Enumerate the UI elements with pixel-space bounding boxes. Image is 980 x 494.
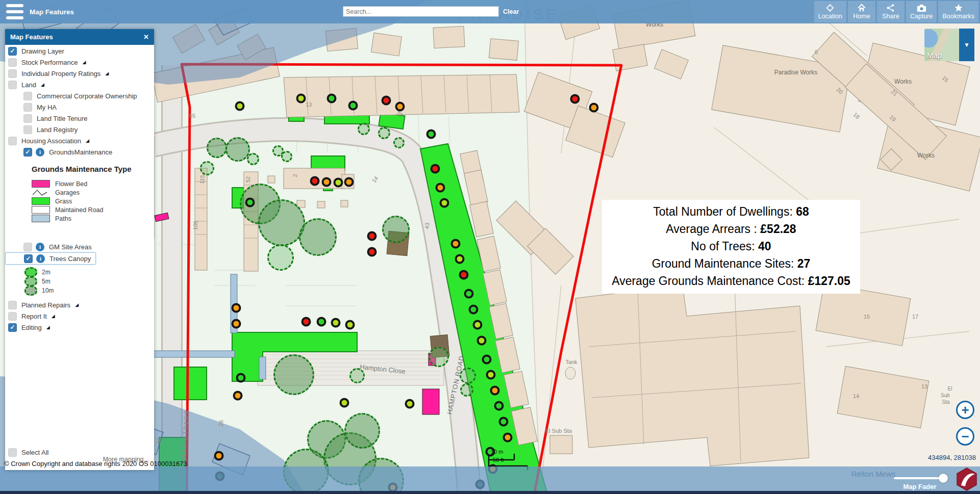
stock-performance-checkbox[interactable] bbox=[8, 58, 17, 67]
dwelling-dot-g[interactable] bbox=[245, 198, 255, 207]
dwelling-dot-o[interactable] bbox=[451, 239, 461, 249]
dwelling-dot-yg[interactable] bbox=[296, 94, 306, 103]
dwelling-dot-yg[interactable] bbox=[334, 178, 343, 188]
header-button-home[interactable]: Home bbox=[848, 1, 875, 22]
info-icon[interactable]: i bbox=[36, 254, 45, 263]
dwelling-dot-o[interactable] bbox=[436, 183, 445, 193]
dwelling-dot-g[interactable] bbox=[469, 305, 479, 315]
search-input[interactable] bbox=[343, 6, 499, 17]
dwelling-dot-yg[interactable] bbox=[473, 320, 483, 330]
basemap-thumbnail[interactable]: Map bbox=[924, 29, 959, 61]
land-checkbox[interactable] bbox=[8, 81, 17, 89]
expand-triangle-icon[interactable]: ◢ bbox=[41, 82, 44, 87]
basemap-dropdown-button[interactable]: ▼ bbox=[959, 29, 974, 61]
dwelling-dot-o[interactable] bbox=[490, 386, 500, 396]
my-ha-checkbox[interactable] bbox=[23, 103, 32, 112]
land-registry-checkbox[interactable] bbox=[23, 125, 32, 134]
trees-canopy-checkbox[interactable]: ✓ bbox=[24, 254, 33, 263]
map-fader-knob[interactable] bbox=[939, 474, 948, 483]
dwelling-dot-r[interactable] bbox=[459, 270, 469, 280]
report-it-checkbox[interactable] bbox=[8, 312, 17, 321]
dwelling-dot-o[interactable] bbox=[232, 303, 241, 313]
dwelling-dot-yg[interactable] bbox=[340, 398, 349, 408]
basemap-picker[interactable]: Map ▼ bbox=[924, 29, 974, 61]
dwelling-dot-yg[interactable] bbox=[486, 370, 496, 380]
expand-triangle-icon[interactable]: ◢ bbox=[52, 314, 55, 319]
dwelling-dot-r[interactable] bbox=[570, 94, 580, 104]
dwelling-dot-r[interactable] bbox=[367, 231, 377, 241]
dwelling-dot-yg[interactable] bbox=[405, 399, 415, 409]
header-button-capture[interactable]: Capture bbox=[906, 1, 937, 22]
dwelling-dot-yg[interactable] bbox=[345, 320, 355, 330]
individual-property-ratings-checkbox[interactable] bbox=[8, 69, 17, 78]
header-toolbar: LocationHomeShareCaptureBookmarks bbox=[814, 1, 978, 22]
dwelling-dot-o[interactable] bbox=[322, 177, 332, 187]
planned-repairs-label: Planned Repairs bbox=[21, 301, 70, 309]
dwelling-dot-g[interactable] bbox=[464, 289, 474, 299]
dwelling-dot-r[interactable] bbox=[301, 317, 311, 327]
info-icon[interactable]: i bbox=[36, 243, 44, 251]
dwelling-dot-o[interactable] bbox=[503, 433, 513, 443]
dwelling-dot-g[interactable] bbox=[317, 317, 326, 327]
dwelling-dot-o[interactable] bbox=[589, 103, 599, 113]
dwelling-dot-yg[interactable] bbox=[455, 254, 465, 264]
dwelling-dot-o[interactable] bbox=[395, 102, 405, 112]
dwelling-dot-g[interactable] bbox=[327, 94, 337, 103]
dwelling-dot-r[interactable] bbox=[431, 164, 440, 174]
hamburger-menu-icon[interactable] bbox=[6, 4, 23, 19]
dwelling-dot-r[interactable] bbox=[310, 176, 320, 186]
expand-triangle-icon[interactable]: ◢ bbox=[75, 302, 79, 307]
drawing-layer-checkbox[interactable]: ✓ bbox=[8, 47, 17, 56]
stats-label: Average Grounds Maintenance Cost: bbox=[612, 274, 808, 288]
expand-triangle-icon[interactable]: ◢ bbox=[46, 325, 50, 330]
expand-triangle-icon[interactable]: ◢ bbox=[86, 138, 89, 143]
header-button-bookmarks[interactable]: Bookmarks bbox=[938, 1, 978, 22]
stats-line: Total Number of Dwellings: 68 bbox=[602, 203, 860, 220]
groundsmaintenance-checkbox[interactable]: ✓ bbox=[23, 148, 32, 157]
dwelling-dot-yg[interactable] bbox=[440, 198, 449, 208]
legend-label: Maintained Road bbox=[55, 206, 104, 214]
gm-site-areas-checkbox[interactable] bbox=[23, 243, 32, 251]
commercial-corporate-ownership-checkbox[interactable] bbox=[23, 92, 32, 100]
dwelling-dot-r[interactable] bbox=[367, 247, 377, 257]
dwelling-dot-o[interactable] bbox=[232, 319, 241, 329]
editing-checkbox[interactable]: ✓ bbox=[8, 323, 17, 332]
dwelling-dot-yg[interactable] bbox=[331, 318, 341, 328]
dwelling-dot-o[interactable] bbox=[233, 391, 243, 401]
info-icon[interactable]: i bbox=[36, 148, 44, 157]
layer-row-editing: ✓Editing◢ bbox=[5, 322, 154, 333]
share-icon bbox=[886, 4, 895, 12]
land-title-tenure-checkbox[interactable] bbox=[23, 114, 32, 123]
expand-triangle-icon[interactable]: ◢ bbox=[105, 71, 109, 76]
dwelling-dot-g[interactable] bbox=[482, 355, 492, 365]
zoom-out-button[interactable]: − bbox=[956, 427, 974, 446]
map-fader-track[interactable] bbox=[894, 477, 946, 479]
dwelling-dot-g[interactable] bbox=[426, 129, 436, 139]
zoom-in-button[interactable]: + bbox=[956, 401, 974, 419]
expand-triangle-icon[interactable]: ◢ bbox=[83, 60, 86, 65]
select-all-checkbox[interactable] bbox=[8, 448, 17, 457]
dwelling-dot-o[interactable] bbox=[214, 451, 224, 461]
dwelling-dot-g[interactable] bbox=[236, 373, 246, 383]
dwelling-dot-yg[interactable] bbox=[477, 336, 487, 346]
gis-application: PARADISEParadise PlaceParadise WorksWork… bbox=[0, 0, 980, 494]
dwelling-dot-r[interactable] bbox=[382, 96, 391, 106]
legend-label: Flower Bed bbox=[55, 180, 87, 188]
header-button-share[interactable]: Share bbox=[877, 1, 904, 22]
dwelling-dot-g[interactable] bbox=[499, 417, 509, 427]
dwelling-dot-o[interactable] bbox=[344, 177, 354, 187]
dwelling-dot-g[interactable] bbox=[348, 101, 358, 111]
close-icon[interactable]: ✕ bbox=[143, 33, 149, 41]
dwelling-dot-g[interactable] bbox=[494, 401, 504, 411]
editing-label: Editing bbox=[21, 324, 42, 331]
groundsmaintenance-label: GroundsMaintenance bbox=[49, 148, 112, 156]
header-button-location[interactable]: Location bbox=[814, 1, 846, 22]
tree-legend-label: 5m bbox=[42, 278, 51, 285]
search-clear-button[interactable]: Clear bbox=[503, 8, 519, 15]
planned-repairs-checkbox[interactable] bbox=[8, 301, 17, 309]
stats-value: £127.05 bbox=[808, 274, 850, 288]
dwelling-dot-yg[interactable] bbox=[235, 101, 245, 111]
stats-value: 40 bbox=[758, 240, 771, 253]
stats-line: Average Grounds Maintenance Cost: £127.0… bbox=[602, 272, 860, 290]
housing-association-checkbox[interactable] bbox=[8, 137, 17, 145]
